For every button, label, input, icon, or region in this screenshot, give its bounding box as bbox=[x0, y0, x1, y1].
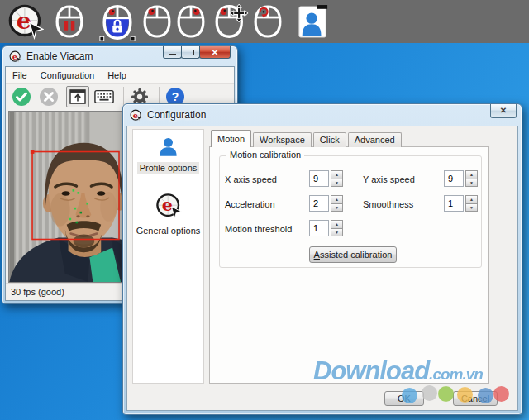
motion-threshold-label: Motion threshold bbox=[225, 224, 292, 234]
watermark-dot bbox=[438, 386, 454, 402]
main-window-titlebar[interactable]: Enable Viacam ✕ bbox=[2, 46, 237, 66]
smoothness-label: Smoothness bbox=[363, 199, 413, 209]
spin-down-icon[interactable]: ▼ bbox=[331, 203, 343, 212]
tab-workspace[interactable]: Workspace bbox=[253, 132, 312, 147]
x-axis-speed-label: X axis speed bbox=[225, 174, 277, 184]
motion-tab-panel: Motion calibration X axis speed ▲▼ Y axi… bbox=[209, 146, 489, 384]
pause-mode-icon[interactable] bbox=[55, 3, 84, 40]
spin-down-icon[interactable]: ▼ bbox=[465, 179, 478, 188]
right-click-mode-icon[interactable] bbox=[176, 3, 206, 40]
acceleration-input[interactable] bbox=[309, 195, 329, 212]
smoothness-spinner[interactable]: ▲▼ bbox=[465, 195, 478, 212]
minimize-button[interactable] bbox=[163, 46, 182, 59]
watermark-dot bbox=[457, 387, 473, 403]
y-axis-speed-label: Y axis speed bbox=[363, 174, 415, 184]
watermark-dot bbox=[422, 385, 437, 401]
tab-motion[interactable]: Motion bbox=[211, 130, 251, 147]
spin-down-icon[interactable]: ▼ bbox=[331, 179, 343, 188]
smoothness-input[interactable] bbox=[444, 195, 464, 212]
svg-text:?: ? bbox=[172, 90, 179, 103]
motion-threshold-spinner[interactable]: ▲▼ bbox=[331, 220, 343, 236]
disable-tracking-button[interactable] bbox=[39, 87, 59, 107]
spin-down-icon[interactable]: ▼ bbox=[331, 228, 343, 237]
main-window-title: Enable Viacam bbox=[26, 50, 93, 62]
acceleration-spinner[interactable]: ▲▼ bbox=[331, 195, 343, 212]
general-options-logo-icon bbox=[155, 193, 182, 219]
y-axis-speed-spinner[interactable]: ▲▼ bbox=[465, 170, 478, 187]
desktop: { "top_bar": { "icons": [ "eviacam-logo"… bbox=[0, 0, 529, 420]
motion-threshold-input[interactable] bbox=[309, 220, 329, 236]
tab-advanced[interactable]: Advanced bbox=[348, 132, 402, 147]
acceleration-label: Acceleration bbox=[225, 199, 275, 209]
drag-mode-icon[interactable] bbox=[214, 3, 249, 40]
watermark-dot bbox=[493, 386, 509, 402]
watermark: Download.com.vn bbox=[313, 356, 483, 386]
menu-configuration[interactable]: Configuration bbox=[34, 67, 101, 84]
configuration-dialog: Configuration ✕ Profile options General … bbox=[122, 103, 522, 415]
wizard-button[interactable] bbox=[66, 86, 89, 107]
watermark-dot bbox=[402, 388, 417, 403]
dialog-client: Profile options General options Motion W… bbox=[126, 126, 518, 411]
click-mode-toolbar bbox=[0, 0, 529, 43]
eviacam-logo-icon bbox=[9, 50, 21, 63]
profile-options-label: Profile options bbox=[137, 162, 200, 174]
spin-down-icon[interactable]: ▼ bbox=[465, 203, 478, 212]
sidebar-item-profile-options[interactable]: Profile options bbox=[133, 136, 203, 174]
eviacam-logo-icon bbox=[130, 109, 142, 122]
assisted-calibration-button[interactable]: Assisted calibration bbox=[309, 246, 397, 263]
watermark-dot bbox=[478, 388, 493, 403]
x-axis-speed-spinner[interactable]: ▲▼ bbox=[331, 170, 343, 187]
group-title: Motion calibration bbox=[226, 150, 304, 160]
menu-help[interactable]: Help bbox=[101, 67, 133, 84]
eviacam-logo-icon[interactable] bbox=[7, 3, 44, 40]
enable-tracking-button[interactable] bbox=[12, 87, 31, 107]
close-button[interactable]: ✕ bbox=[199, 46, 231, 59]
menu-bar: File Configuration Help bbox=[6, 67, 234, 84]
menu-file[interactable]: File bbox=[6, 67, 34, 84]
double-click-mode-icon[interactable] bbox=[253, 3, 283, 40]
left-click-mode-icon[interactable] bbox=[142, 3, 172, 40]
sidebar-item-general-options[interactable]: General options bbox=[133, 193, 203, 237]
lock-pointer-mode-icon[interactable] bbox=[99, 3, 136, 41]
dialog-close-button[interactable]: ✕ bbox=[490, 104, 517, 118]
general-options-label: General options bbox=[134, 225, 203, 236]
fps-status: 30 fps (good) bbox=[11, 287, 64, 297]
profile-manager-icon[interactable] bbox=[298, 3, 329, 40]
maximize-button[interactable] bbox=[181, 46, 200, 59]
settings-tab-bar: Motion Workspace Click Advanced bbox=[211, 130, 403, 147]
watermark-text: Download bbox=[313, 356, 429, 385]
y-axis-speed-input[interactable] bbox=[444, 170, 464, 187]
dialog-titlebar[interactable]: Configuration ✕ bbox=[123, 104, 522, 126]
options-sidebar: Profile options General options bbox=[132, 129, 204, 384]
dialog-title: Configuration bbox=[147, 109, 206, 121]
tab-click[interactable]: Click bbox=[313, 132, 346, 147]
profile-person-icon bbox=[157, 136, 179, 156]
onscreen-keyboard-button[interactable] bbox=[94, 88, 114, 105]
watermark-suffix: .com.vn bbox=[429, 365, 483, 383]
window-up-arrow-icon bbox=[69, 89, 86, 104]
x-axis-speed-input[interactable] bbox=[309, 170, 329, 187]
